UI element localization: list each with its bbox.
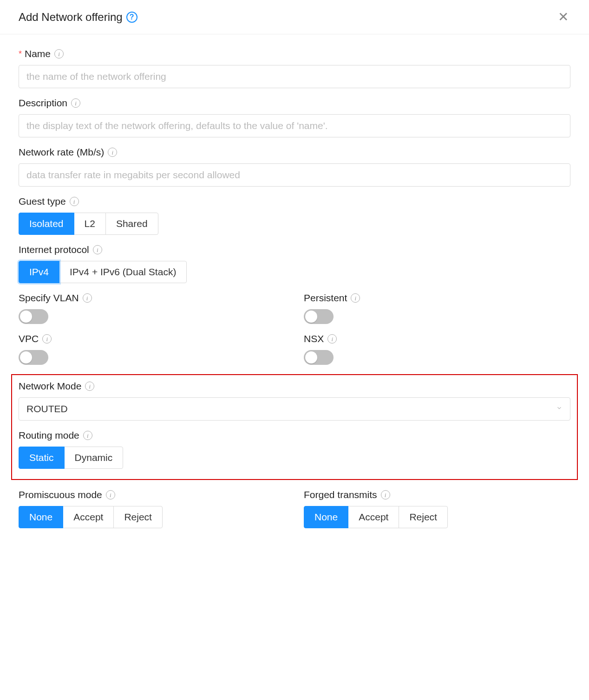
- modal-title-row: Add Network offering ?: [19, 11, 137, 24]
- internet-protocol-ipv4[interactable]: IPv4: [19, 261, 59, 283]
- info-icon[interactable]: i: [83, 293, 92, 303]
- modal-title: Add Network offering: [19, 11, 123, 24]
- info-icon[interactable]: i: [381, 490, 390, 499]
- field-promiscuous-mode: Promiscuous mode i None Accept Reject: [19, 489, 285, 528]
- info-icon[interactable]: i: [42, 334, 52, 344]
- description-input[interactable]: [19, 114, 570, 137]
- info-icon[interactable]: i: [54, 49, 64, 58]
- promiscuous-accept[interactable]: Accept: [63, 506, 114, 528]
- chevron-down-icon: [556, 405, 563, 413]
- info-icon[interactable]: i: [83, 431, 92, 440]
- label-forged-row: Forged transmits i: [304, 489, 570, 500]
- info-icon[interactable]: i: [351, 293, 360, 303]
- label-internet-protocol: Internet protocol: [19, 244, 89, 255]
- persistent-switch[interactable]: [304, 309, 334, 324]
- forged-none[interactable]: None: [304, 506, 348, 528]
- label-name-row: * Name i: [19, 48, 570, 59]
- network-mode-value: ROUTED: [26, 403, 68, 415]
- row-vpc-nsx: VPC i NSX i: [19, 333, 570, 374]
- info-icon[interactable]: i: [85, 382, 94, 391]
- label-network-mode: Network Mode: [19, 381, 81, 392]
- promiscuous-mode-group: None Accept Reject: [19, 506, 285, 528]
- field-routing-mode: Routing mode i Static Dynamic: [19, 430, 570, 469]
- label-specify-vlan: Specify VLAN: [19, 292, 79, 304]
- info-icon[interactable]: i: [71, 98, 80, 108]
- routing-mode-group: Static Dynamic: [19, 447, 570, 469]
- row-promiscuous-forged: Promiscuous mode i None Accept Reject Fo…: [19, 489, 570, 538]
- label-name: Name: [25, 48, 51, 59]
- forged-transmits-group: None Accept Reject: [304, 506, 570, 528]
- label-description: Description: [19, 97, 67, 109]
- vpc-switch[interactable]: [19, 350, 48, 365]
- label-routing-mode: Routing mode: [19, 430, 79, 441]
- label-persistent: Persistent: [304, 292, 347, 304]
- nsx-switch[interactable]: [304, 350, 334, 365]
- label-network-rate: Network rate (Mb/s): [19, 147, 104, 158]
- label-specify-vlan-row: Specify VLAN i: [19, 292, 285, 304]
- add-network-offering-modal: Add Network offering ? ✕ * Name i Descri…: [0, 0, 589, 556]
- label-description-row: Description i: [19, 97, 570, 109]
- highlight-network-routing: Network Mode i ROUTED Routing mode i Sta: [11, 374, 578, 480]
- modal-body: * Name i Description i Network rate (Mb/…: [0, 34, 589, 556]
- routing-mode-dynamic[interactable]: Dynamic: [64, 447, 124, 469]
- network-rate-input[interactable]: [19, 163, 570, 187]
- specify-vlan-switch[interactable]: [19, 309, 48, 324]
- guest-type-isolated[interactable]: Isolated: [19, 213, 74, 235]
- field-forged-transmits: Forged transmits i None Accept Reject: [304, 489, 570, 528]
- label-vpc-row: VPC i: [19, 333, 285, 344]
- modal-header: Add Network offering ? ✕: [0, 0, 589, 34]
- field-guest-type: Guest type i Isolated L2 Shared: [19, 196, 570, 235]
- label-nsx: NSX: [304, 333, 324, 344]
- info-icon[interactable]: i: [93, 245, 102, 254]
- field-specify-vlan: Specify VLAN i: [19, 292, 285, 324]
- label-guest-type-row: Guest type i: [19, 196, 570, 207]
- label-persistent-row: Persistent i: [304, 292, 570, 304]
- info-icon[interactable]: i: [327, 334, 337, 344]
- info-icon[interactable]: i: [108, 148, 117, 157]
- internet-protocol-group: IPv4 IPv4 + IPv6 (Dual Stack): [19, 261, 570, 283]
- info-icon[interactable]: i: [106, 490, 115, 499]
- field-internet-protocol: Internet protocol i IPv4 IPv4 + IPv6 (Du…: [19, 244, 570, 283]
- required-star: *: [19, 49, 22, 59]
- guest-type-shared[interactable]: Shared: [105, 213, 158, 235]
- info-icon[interactable]: i: [70, 197, 79, 206]
- help-icon[interactable]: ?: [126, 12, 137, 23]
- label-network-mode-row: Network Mode i: [19, 381, 570, 392]
- close-icon[interactable]: ✕: [556, 9, 570, 25]
- promiscuous-reject[interactable]: Reject: [113, 506, 163, 528]
- row-vlan-persistent: Specify VLAN i Persistent i: [19, 292, 570, 333]
- promiscuous-none[interactable]: None: [19, 506, 63, 528]
- label-forged: Forged transmits: [304, 489, 377, 500]
- guest-type-l2[interactable]: L2: [74, 213, 106, 235]
- routing-mode-static[interactable]: Static: [19, 447, 65, 469]
- label-guest-type: Guest type: [19, 196, 66, 207]
- label-network-rate-row: Network rate (Mb/s) i: [19, 147, 570, 158]
- field-network-rate: Network rate (Mb/s) i: [19, 147, 570, 187]
- guest-type-group: Isolated L2 Shared: [19, 213, 570, 235]
- internet-protocol-dual[interactable]: IPv4 + IPv6 (Dual Stack): [59, 261, 187, 283]
- name-input[interactable]: [19, 65, 570, 88]
- forged-accept[interactable]: Accept: [348, 506, 399, 528]
- field-persistent: Persistent i: [304, 292, 570, 324]
- label-internet-protocol-row: Internet protocol i: [19, 244, 570, 255]
- field-vpc: VPC i: [19, 333, 285, 365]
- label-promiscuous-row: Promiscuous mode i: [19, 489, 285, 500]
- forged-reject[interactable]: Reject: [399, 506, 448, 528]
- label-routing-mode-row: Routing mode i: [19, 430, 570, 441]
- field-nsx: NSX i: [304, 333, 570, 365]
- field-name: * Name i: [19, 48, 570, 88]
- label-promiscuous: Promiscuous mode: [19, 489, 102, 500]
- network-mode-select[interactable]: ROUTED: [19, 397, 570, 421]
- field-description: Description i: [19, 97, 570, 137]
- field-network-mode: Network Mode i ROUTED: [19, 381, 570, 421]
- label-vpc: VPC: [19, 333, 39, 344]
- label-nsx-row: NSX i: [304, 333, 570, 344]
